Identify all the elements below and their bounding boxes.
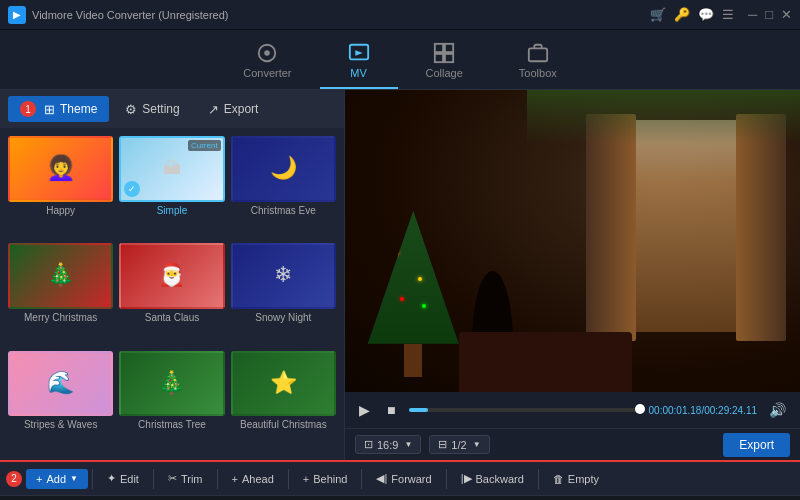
theme-item-christmas-eve[interactable]: 🌙 Christmas Eve — [231, 136, 336, 237]
theme-thumb-snowy-night: ❄ — [231, 243, 336, 309]
minimize-icon[interactable]: ─ — [748, 7, 757, 22]
nav-label-mv: MV — [350, 67, 367, 79]
edit-icon: ✦ — [107, 472, 116, 485]
cart-icon[interactable]: 🛒 — [650, 7, 666, 22]
time-total: 00:29:24.11 — [704, 405, 757, 416]
edit-label: Edit — [120, 473, 139, 485]
backward-button[interactable]: |▶ Backward — [451, 468, 534, 489]
theme-item-santa-claus[interactable]: 🎅 Santa Claus — [119, 243, 224, 344]
theme-thumb-christmas-tree: 🎄 — [119, 351, 224, 417]
stop-button[interactable]: ⏹ — [382, 402, 401, 418]
behind-icon: + — [303, 473, 309, 485]
nav-label-converter: Converter — [243, 67, 291, 79]
theme-item-snowy-night[interactable]: ❄ Snowy Night — [231, 243, 336, 344]
label-2-badge: 2 — [6, 471, 22, 487]
empty-label: Empty — [568, 473, 599, 485]
trim-icon: ✂ — [168, 472, 177, 485]
nav-item-mv[interactable]: MV — [320, 34, 398, 89]
tab-export[interactable]: ↗ Export — [196, 97, 271, 122]
tab-theme[interactable]: 1 ⊞ Theme — [8, 96, 109, 122]
separator-7 — [538, 469, 539, 489]
window-controls: 🛒 🔑 💬 ☰ ─ □ ✕ — [650, 7, 792, 22]
theme-thumb-christmas-eve: 🌙 — [231, 136, 336, 202]
backward-label: Backward — [476, 473, 524, 485]
svg-rect-7 — [529, 48, 547, 61]
separator-5 — [361, 469, 362, 489]
svg-rect-6 — [445, 54, 453, 62]
theme-thumb-santa-claus: 🎅 — [119, 243, 224, 309]
time-display: 00:00:01.18/00:29:24.11 — [649, 405, 757, 416]
light-2 — [418, 277, 422, 281]
separator-1 — [92, 469, 93, 489]
theme-item-stripes-waves[interactable]: 🌊 Stripes & Waves — [8, 351, 113, 452]
timeline: 🌲 👩 00:03:58 ✕ ▶ ✂ ⚙ 🙎 ❤️ 🎉 + 1 / 4 — [0, 496, 800, 500]
theme-item-happy[interactable]: 👩‍🦱 Happy — [8, 136, 113, 237]
aspect-ratio-value: 16:9 — [377, 439, 398, 451]
video-toolbar: ⊡ 16:9 ▼ ⊟ 1/2 ▼ Export — [345, 428, 800, 460]
theme-label-christmas-tree: Christmas Tree — [138, 419, 206, 430]
left-panel: 1 ⊞ Theme ⚙ Setting ↗ Export 👩‍🦱 Happy — [0, 90, 345, 460]
nav-item-converter[interactable]: Converter — [215, 34, 319, 89]
trim-button[interactable]: ✂ Trim — [158, 468, 213, 489]
nav-label-toolbox: Toolbox — [519, 67, 557, 79]
theme-grid-icon: ⊞ — [44, 102, 55, 117]
trim-label: Trim — [181, 473, 203, 485]
toolbox-icon — [527, 42, 549, 64]
progress-fill — [409, 408, 428, 412]
chat-icon[interactable]: 💬 — [698, 7, 714, 22]
ratio-dropdown-arrow: ▼ — [404, 440, 412, 449]
main-content: 1 ⊞ Theme ⚙ Setting ↗ Export 👩‍🦱 Happy — [0, 90, 800, 460]
theme-label-stripes-waves: Stripes & Waves — [24, 419, 98, 430]
tree-trunk — [404, 344, 422, 377]
page-button[interactable]: ⊟ 1/2 ▼ — [429, 435, 489, 454]
garland — [527, 90, 800, 144]
page-value: 1/2 — [451, 439, 466, 451]
key-icon[interactable]: 🔑 — [674, 7, 690, 22]
forward-button[interactable]: ◀| Forward — [366, 468, 441, 489]
close-icon[interactable]: ✕ — [781, 7, 792, 22]
volume-button[interactable]: 🔊 — [765, 400, 790, 420]
theme-label-snowy-night: Snowy Night — [255, 312, 311, 323]
setting-gear-icon: ⚙ — [125, 102, 137, 117]
aspect-ratio-button[interactable]: ⊡ 16:9 ▼ — [355, 435, 421, 454]
label-1-badge: 1 — [20, 101, 36, 117]
progress-bar[interactable] — [409, 408, 641, 412]
theme-thumb-merry-christmas: 🎄 — [8, 243, 113, 309]
theme-thumb-beautiful-christmas: ⭐ — [231, 351, 336, 417]
theme-item-christmas-tree[interactable]: 🎄 Christmas Tree — [119, 351, 224, 452]
theme-thumb-happy: 👩‍🦱 — [8, 136, 113, 202]
progress-dot — [635, 404, 645, 414]
ahead-icon: + — [232, 473, 238, 485]
add-button[interactable]: + Add ▼ — [26, 469, 88, 489]
nav-label-collage: Collage — [426, 67, 463, 79]
curtain-right — [736, 114, 786, 341]
svg-rect-5 — [435, 54, 443, 62]
theme-thumb-stripes-waves: 🌊 — [8, 351, 113, 417]
add-label: Add — [46, 473, 66, 485]
nav-item-collage[interactable]: Collage — [398, 34, 491, 89]
ahead-button[interactable]: + Ahead — [222, 469, 284, 489]
aspect-ratio-icon: ⊡ — [364, 438, 373, 451]
nav-item-toolbox[interactable]: Toolbox — [491, 34, 585, 89]
tab-export-label: Export — [224, 102, 259, 116]
tab-setting[interactable]: ⚙ Setting — [113, 97, 191, 122]
add-icon: + — [36, 473, 42, 485]
svg-rect-4 — [445, 44, 453, 52]
export-button[interactable]: Export — [723, 433, 790, 457]
edit-button[interactable]: ✦ Edit — [97, 468, 149, 489]
theme-item-merry-christmas[interactable]: 🎄 Merry Christmas — [8, 243, 113, 344]
behind-button[interactable]: + Behind — [293, 469, 358, 489]
bottom-toolbar: 2 + Add ▼ ✦ Edit ✂ Trim + Ahead + Behind… — [0, 460, 800, 496]
theme-label-happy: Happy — [46, 205, 75, 216]
page-dropdown-arrow: ▼ — [473, 440, 481, 449]
theme-item-simple[interactable]: 🏔 ✓ Current Simple — [119, 136, 224, 237]
maximize-icon[interactable]: □ — [765, 7, 773, 22]
play-button[interactable]: ▶ — [355, 400, 374, 420]
light-1 — [395, 251, 399, 255]
ahead-label: Ahead — [242, 473, 274, 485]
empty-button[interactable]: 🗑 Empty — [543, 469, 609, 489]
menu-icon[interactable]: ☰ — [722, 7, 734, 22]
theme-item-beautiful-christmas[interactable]: ⭐ Beautiful Christmas — [231, 351, 336, 452]
window-curtains — [586, 114, 786, 341]
theme-label-simple: Simple — [157, 205, 188, 216]
